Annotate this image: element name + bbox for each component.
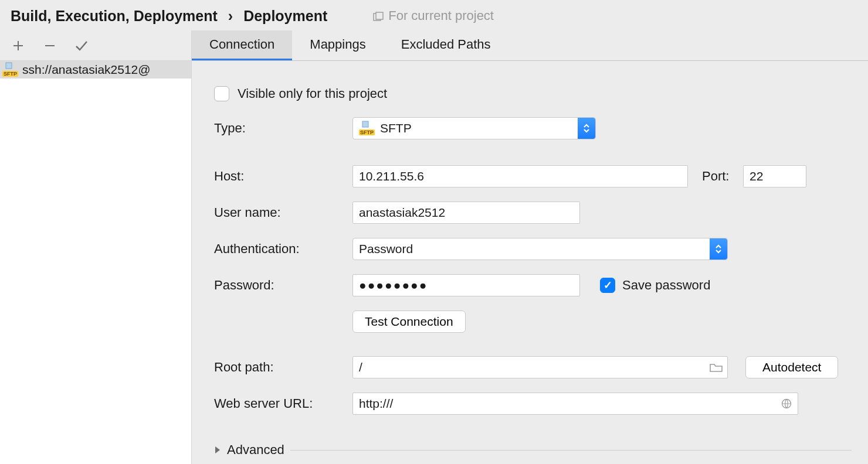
host-input[interactable]	[352, 165, 688, 187]
server-list: SFTP ssh://anastasiak2512@	[0, 61, 191, 464]
server-item-label: ssh://anastasiak2512@	[22, 63, 151, 77]
server-list-item[interactable]: SFTP ssh://anastasiak2512@	[0, 61, 191, 79]
remove-server-button[interactable]	[42, 38, 57, 53]
browse-folder-icon[interactable]	[709, 361, 723, 373]
save-password-checkbox[interactable]	[600, 278, 615, 293]
type-select[interactable]: SFTP SFTP	[352, 117, 596, 139]
username-label: User name:	[214, 205, 352, 220]
port-input[interactable]	[743, 165, 806, 187]
breadcrumb: Build, Execution, Deployment › Deploymen…	[11, 8, 327, 25]
checkmark-icon	[74, 40, 89, 52]
advanced-divider	[290, 450, 852, 451]
password-input[interactable]	[352, 274, 580, 296]
web-server-url-input[interactable]	[352, 393, 798, 415]
type-label: Type:	[214, 121, 352, 136]
tab-label: Connection	[209, 37, 274, 52]
username-input[interactable]	[352, 202, 580, 224]
host-label: Host:	[214, 169, 352, 184]
advanced-section-toggle[interactable]: Advanced	[214, 438, 852, 462]
web-server-url-label: Web server URL:	[214, 396, 352, 411]
tab-mappings[interactable]: Mappings	[292, 30, 383, 60]
authentication-label: Authentication:	[214, 241, 352, 257]
globe-icon[interactable]	[779, 398, 794, 410]
tab-label: Excluded Paths	[401, 37, 491, 52]
advanced-label: Advanced	[227, 442, 284, 458]
visible-only-label[interactable]: Visible only for this project	[238, 86, 387, 101]
for-current-project-indicator: For current project	[373, 8, 494, 23]
tab-excluded-paths[interactable]: Excluded Paths	[384, 30, 508, 60]
autodetect-button[interactable]: Autodetect	[745, 356, 838, 378]
password-label: Password:	[214, 278, 352, 293]
deployment-sidebar: SFTP ssh://anastasiak2512@	[0, 30, 192, 464]
svg-rect-2	[6, 63, 12, 69]
plus-icon	[12, 40, 24, 52]
settings-header: Build, Execution, Deployment › Deploymen…	[0, 0, 868, 30]
root-path-input[interactable]	[352, 356, 728, 378]
disclosure-triangle-icon	[214, 442, 221, 458]
set-default-button[interactable]	[74, 38, 89, 53]
deployment-tabs: Connection Mappings Excluded Paths	[192, 30, 868, 61]
minus-icon	[44, 40, 56, 52]
type-value: SFTP	[380, 121, 412, 135]
dropdown-caret-icon	[578, 118, 595, 139]
port-label: Port:	[702, 169, 743, 184]
breadcrumb-page: Deployment	[243, 8, 327, 25]
test-connection-button[interactable]: Test Connection	[352, 311, 466, 333]
root-path-label: Root path:	[214, 360, 352, 375]
button-label: Test Connection	[365, 315, 453, 329]
connection-form: Visible only for this project Type: SFTP…	[192, 61, 868, 462]
authentication-value: Password	[359, 242, 413, 256]
visible-only-checkbox[interactable]	[214, 86, 229, 101]
for-current-project-label: For current project	[388, 8, 494, 23]
dropdown-caret-icon	[710, 238, 727, 260]
svg-rect-3	[362, 121, 368, 127]
svg-rect-1	[376, 12, 383, 19]
save-password-label[interactable]: Save password	[622, 278, 710, 293]
sftp-icon: SFTP	[2, 63, 19, 76]
sftp-icon: SFTP	[359, 122, 375, 135]
tab-connection[interactable]: Connection	[192, 30, 292, 60]
button-label: Autodetect	[762, 360, 821, 374]
breadcrumb-group[interactable]: Build, Execution, Deployment	[11, 8, 218, 25]
add-server-button[interactable]	[11, 38, 26, 53]
breadcrumb-separator: ›	[228, 8, 233, 25]
sidebar-toolbar	[0, 30, 191, 61]
tab-label: Mappings	[310, 37, 365, 52]
project-scope-icon	[373, 11, 384, 21]
deployment-detail-pane: Connection Mappings Excluded Paths Visib…	[192, 30, 868, 464]
authentication-select[interactable]: Password	[352, 238, 728, 260]
